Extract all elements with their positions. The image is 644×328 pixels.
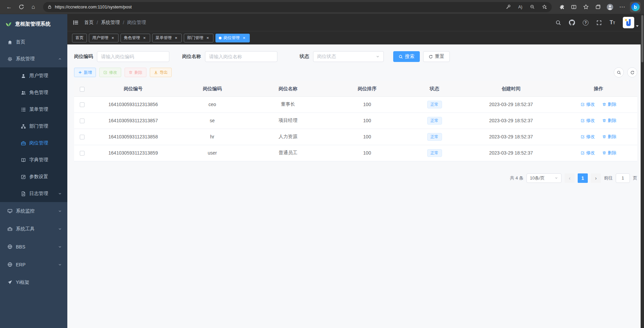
row-delete-link[interactable]: 删除 (602, 150, 616, 156)
table-row[interactable]: 1641030593112313856 ceo 董事长 100 正常 2023-… (74, 96, 637, 112)
page-size-select[interactable]: 10条/页 (527, 173, 562, 183)
table-row[interactable]: 1641030593112313858 hr 人力资源 100 正常 2023-… (74, 129, 637, 145)
password-key-icon[interactable] (504, 2, 513, 11)
close-icon[interactable]: × (242, 36, 246, 40)
post-sort: 100 (328, 112, 407, 129)
collections-icon[interactable] (592, 1, 604, 13)
sidebar-item-role-mgmt[interactable]: 角色管理 (0, 84, 67, 101)
row-checkbox[interactable] (80, 102, 84, 107)
select-all-checkbox[interactable] (80, 87, 84, 92)
read-aloud-icon[interactable]: A) (516, 2, 525, 11)
tag-menu-mgmt[interactable]: 菜单管理 × (152, 34, 182, 42)
chevron-down-icon (58, 209, 62, 213)
page-number-button[interactable]: 1 (578, 173, 588, 183)
row-edit-link[interactable]: 修改 (581, 150, 595, 156)
close-icon[interactable]: × (174, 36, 178, 40)
close-icon[interactable]: × (142, 36, 147, 40)
breadcrumb-item[interactable]: 首页 (84, 20, 94, 26)
add-favorite-icon[interactable] (540, 2, 549, 11)
page-scrollbar[interactable] (641, 14, 644, 328)
github-icon[interactable] (569, 20, 575, 26)
address-bar[interactable]: https://ccnetcore.com:1101/system/post A… (43, 2, 552, 12)
refresh-button[interactable] (627, 67, 637, 77)
status-badge: 正常 (427, 117, 442, 125)
status-select[interactable]: 岗位状态 (313, 51, 384, 62)
table-row[interactable]: 1641030593112313857 se 项目经理 100 正常 2023-… (74, 112, 637, 129)
status-badge: 正常 (427, 149, 442, 157)
next-page-button[interactable]: › (591, 173, 601, 183)
sidebar-item-log-mgmt[interactable]: 日志管理 (0, 185, 67, 202)
prev-page-button[interactable]: ‹ (565, 173, 575, 183)
add-button[interactable]: 新增 (74, 68, 96, 77)
sidebar-item-yi-framework[interactable]: Yi框架 (0, 273, 67, 291)
post-name-input[interactable] (205, 51, 277, 62)
export-button[interactable]: 导出 (150, 68, 172, 77)
favorites-icon[interactable] (580, 1, 591, 13)
user-menu[interactable] (623, 17, 639, 28)
sidebar-item-param-settings[interactable]: 参数设置 (0, 168, 67, 185)
goto-page-input[interactable] (616, 173, 630, 183)
status-badge: 正常 (427, 101, 442, 108)
post-code-input[interactable] (97, 51, 169, 62)
sidebar-item-system-tools[interactable]: 系统工具 (0, 220, 67, 238)
more-icon[interactable]: ⋯ (616, 1, 628, 13)
post-id: 1641030593112313856 (90, 96, 176, 112)
extensions-icon[interactable] (556, 1, 567, 13)
row-edit-link[interactable]: 修改 (581, 101, 595, 107)
close-icon[interactable]: × (110, 36, 115, 40)
reset-button[interactable]: 重置 (423, 51, 450, 62)
tag-role-mgmt[interactable]: 角色管理 × (121, 34, 150, 42)
sidebar-item-user-mgmt[interactable]: 用户管理 (0, 67, 67, 84)
sidebar-item-system-mgmt[interactable]: 系统管理 (0, 51, 67, 67)
edit-button[interactable]: 修改 (99, 68, 121, 77)
reload-icon[interactable] (15, 1, 27, 13)
sidebar-item-system-monitor[interactable]: 系统监控 (0, 202, 67, 220)
avatar[interactable] (623, 17, 634, 28)
row-delete-link[interactable]: 删除 (602, 118, 616, 124)
sidebar-item-menu-mgmt[interactable]: 菜单管理 (0, 101, 67, 118)
row-delete-link[interactable]: 删除 (602, 101, 616, 107)
table-row[interactable]: 1641030593112313859 user 普通员工 100 正常 202… (74, 145, 637, 161)
sidebar-item-dict-mgmt[interactable]: 字典管理 (0, 152, 67, 168)
row-delete-link[interactable]: 删除 (602, 134, 616, 140)
search-button[interactable]: 搜索 (393, 51, 420, 62)
tag-user-mgmt[interactable]: 用户管理 × (89, 34, 118, 42)
back-icon[interactable]: ← (3, 1, 15, 13)
url-text[interactable]: https://ccnetcore.com:1101/system/post (55, 4, 501, 9)
breadcrumb-item[interactable]: 系统管理 (101, 20, 120, 26)
row-checkbox[interactable] (80, 151, 84, 156)
scrollbar-thumb[interactable] (641, 15, 643, 62)
zoom-out-icon[interactable] (528, 2, 537, 11)
tag-home[interactable]: 首页 (72, 34, 87, 42)
split-screen-icon[interactable] (568, 1, 579, 13)
help-icon[interactable]: ? (583, 20, 588, 26)
tag-dept-mgmt[interactable]: 部门管理 × (184, 34, 213, 42)
sidebar-item-erp[interactable]: ERP (0, 256, 67, 273)
sidebar-item-label: 系统工具 (16, 226, 55, 232)
post-code: se (176, 112, 248, 129)
font-size-icon[interactable]: TT (610, 20, 615, 25)
column-header: 岗位排序 (328, 81, 407, 96)
fullscreen-icon[interactable] (596, 20, 602, 26)
sidebar-item-dept-mgmt[interactable]: 部门管理 (0, 118, 67, 135)
toggle-search-button[interactable] (614, 67, 624, 77)
sidebar-item-home[interactable]: 首页 (0, 34, 67, 51)
profile-icon[interactable] (604, 1, 616, 13)
row-checkbox[interactable] (80, 119, 84, 123)
sidebar-item-bbs[interactable]: BBS (0, 238, 67, 256)
close-icon[interactable]: × (205, 36, 210, 40)
bing-sidebar-button[interactable]: b (630, 2, 641, 12)
search-icon[interactable] (555, 20, 561, 26)
sidebar-toggle-icon[interactable] (73, 20, 79, 26)
sidebar-item-label: 岗位管理 (29, 140, 62, 146)
delete-button[interactable]: 删除 (125, 68, 146, 77)
row-edit-link[interactable]: 修改 (581, 134, 595, 140)
post-name: 普通员工 (248, 145, 328, 161)
post-name: 董事长 (248, 96, 328, 112)
sidebar-item-post-mgmt[interactable]: 岗位管理 (0, 135, 67, 152)
row-edit-link[interactable]: 修改 (581, 118, 595, 124)
column-header: 状态 (407, 81, 462, 96)
home-icon[interactable]: ⌂ (28, 1, 39, 13)
row-checkbox[interactable] (80, 135, 84, 139)
tag-post-mgmt[interactable]: 岗位管理 × (215, 34, 250, 42)
